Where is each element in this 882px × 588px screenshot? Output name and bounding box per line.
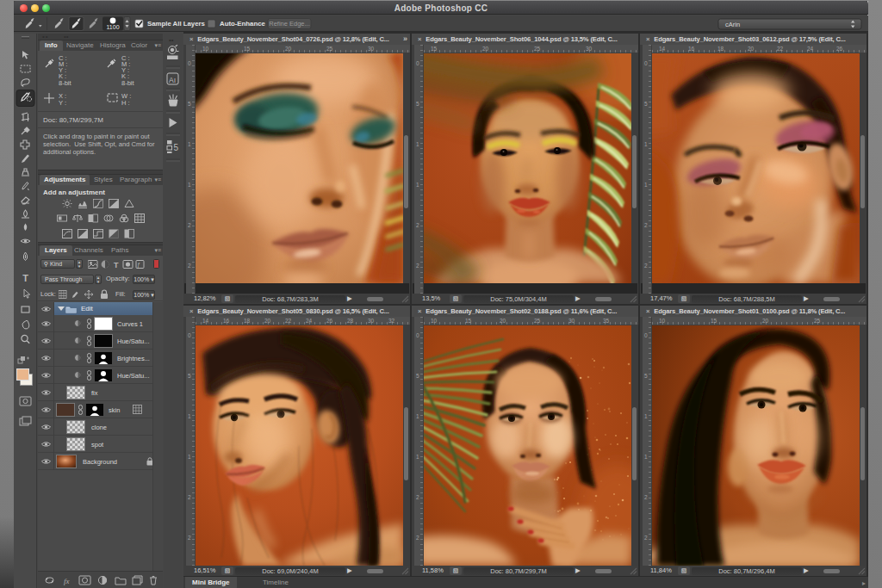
svg-text:ƒ: ƒ	[137, 262, 140, 269]
svg-text:fx: fx	[64, 577, 70, 585]
svg-text:cArin: cArin	[725, 21, 740, 28]
svg-text:Refine Edge...: Refine Edge...	[269, 20, 310, 28]
svg-text:Aı: Aı	[169, 76, 176, 84]
svg-text:T: T	[22, 273, 28, 283]
svg-text:T: T	[114, 261, 119, 269]
svg-text:Auto-Enhance: Auto-Enhance	[220, 20, 266, 28]
svg-text:5: 5	[174, 143, 179, 152]
svg-text:Sample All Layers: Sample All Layers	[147, 20, 206, 28]
svg-text:1100: 1100	[106, 24, 119, 30]
